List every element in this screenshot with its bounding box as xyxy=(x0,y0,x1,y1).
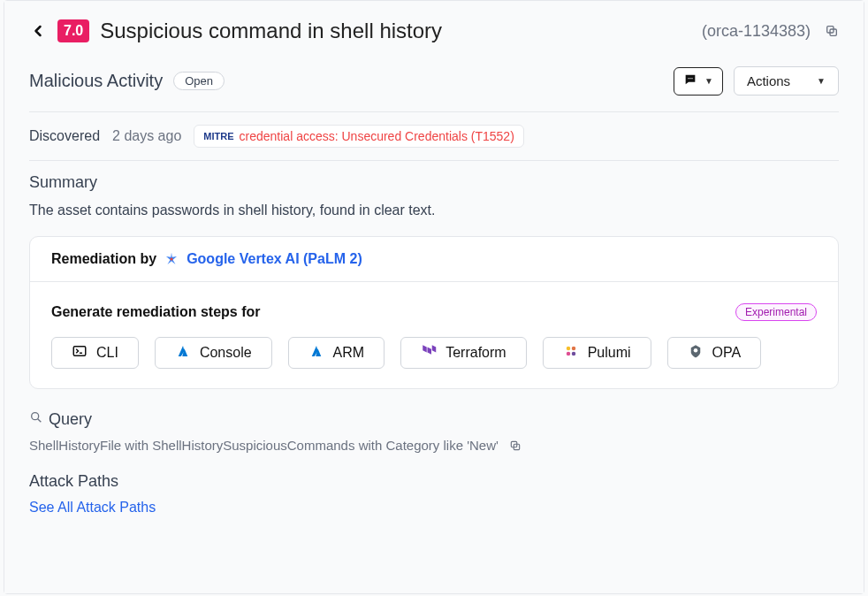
asset-id: (orca-1134383) xyxy=(702,22,811,41)
remediation-by-label: Remediation by xyxy=(51,251,156,267)
query-title: Query xyxy=(49,410,92,429)
search-icon xyxy=(29,410,43,429)
svg-point-3 xyxy=(689,78,690,79)
page-title: Suspicious command in shell history xyxy=(100,19,442,43)
summary-title: Summary xyxy=(29,173,839,192)
divider xyxy=(29,111,839,112)
svg-point-10 xyxy=(566,352,570,356)
query-text: ShellHistoryFile with ShellHistorySuspic… xyxy=(29,438,499,453)
mitre-tag[interactable]: MITRE credential access: Unsecured Crede… xyxy=(194,125,524,148)
alert-category: Malicious Activity xyxy=(29,71,163,91)
generate-steps-label: Generate remediation steps for xyxy=(51,304,261,320)
svg-point-5 xyxy=(171,258,173,261)
experimental-badge: Experimental xyxy=(735,303,817,321)
chip-label: OPA xyxy=(712,345,742,361)
svg-rect-6 xyxy=(73,347,86,356)
chevron-down-icon: ▼ xyxy=(817,76,826,86)
svg-line-14 xyxy=(38,419,42,423)
chip-label: Terraform xyxy=(445,345,506,361)
remediation-target-pulumi[interactable]: Pulumi xyxy=(543,337,651,369)
speech-bubble-icon xyxy=(683,73,697,90)
see-all-attack-paths-link[interactable]: See All Attack Paths xyxy=(29,500,156,515)
chip-label: Console xyxy=(200,345,252,361)
azure-icon xyxy=(175,343,191,363)
discovered-label: Discovered xyxy=(29,128,100,144)
remediation-target-opa[interactable]: OPA xyxy=(667,337,762,369)
azure-icon xyxy=(308,343,324,363)
chip-label: Pulumi xyxy=(588,345,631,361)
copy-asset-id-icon[interactable] xyxy=(825,24,839,38)
terminal-icon xyxy=(72,343,88,363)
remediation-target-terraform[interactable]: Terraform xyxy=(400,337,526,369)
summary-text: The asset contains passwords in shell hi… xyxy=(29,202,839,218)
terraform-icon xyxy=(421,343,437,363)
copy-query-icon[interactable] xyxy=(509,439,522,452)
mitre-tactic-text: credential access: Unsecured Credentials… xyxy=(240,129,514,143)
actions-dropdown[interactable]: Actions ▼ xyxy=(734,66,839,96)
chip-label: CLI xyxy=(96,345,118,361)
severity-score-badge: 7.0 xyxy=(57,19,89,42)
divider xyxy=(29,160,839,161)
chip-label: ARM xyxy=(333,345,365,361)
remediation-target-console[interactable]: Console xyxy=(155,337,272,369)
svg-point-12 xyxy=(693,348,697,353)
vertex-ai-icon xyxy=(164,251,179,267)
actions-label: Actions xyxy=(747,73,790,88)
svg-point-2 xyxy=(688,78,689,79)
svg-point-13 xyxy=(32,413,39,420)
status-badge: Open xyxy=(173,72,225,90)
comment-button[interactable]: ▼ xyxy=(674,67,723,96)
pulumi-icon xyxy=(563,343,579,363)
svg-point-11 xyxy=(571,352,575,356)
remediation-card: Remediation by Google Vertex AI (PaLM 2)… xyxy=(29,236,839,389)
discovered-time: 2 days ago xyxy=(112,128,181,144)
remediation-target-arm[interactable]: ARM xyxy=(288,337,385,369)
chevron-down-icon: ▼ xyxy=(704,76,713,86)
remediation-target-cli[interactable]: CLI xyxy=(51,337,139,369)
remediation-engine-link[interactable]: Google Vertex AI (PaLM 2) xyxy=(187,251,362,267)
back-button[interactable] xyxy=(29,22,47,40)
mitre-prefix: MITRE xyxy=(203,131,233,141)
svg-point-9 xyxy=(571,347,575,351)
svg-point-8 xyxy=(566,347,570,351)
svg-point-4 xyxy=(691,78,692,79)
opa-icon xyxy=(688,343,704,363)
attack-paths-title: Attack Paths xyxy=(29,472,839,491)
